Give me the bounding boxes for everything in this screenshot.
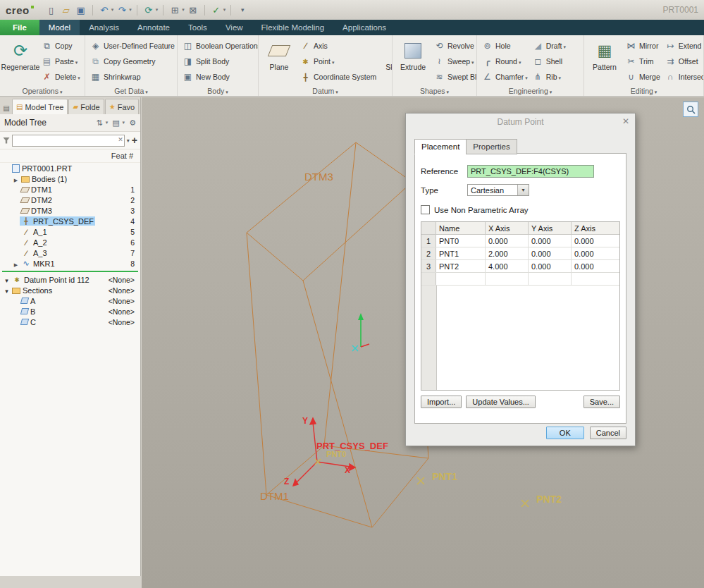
button-revolve[interactable]: Revolve [431, 38, 477, 54]
button-trim[interactable]: Trim [623, 54, 662, 69]
extrude-button[interactable]: Extrude [395, 37, 431, 71]
insert-here-indicator[interactable] [2, 271, 138, 272]
expand-arrow[interactable] [3, 276, 11, 284]
chevron-down-icon[interactable]: ▾ [182, 7, 185, 13]
button-mirror[interactable]: Mirror [623, 38, 662, 54]
pnt1-label[interactable]: PNT1 [432, 471, 457, 482]
expand-arrow[interactable] [3, 286, 11, 295]
group-label-editing[interactable]: Editing [584, 87, 703, 95]
tree-item-dtm3[interactable]: DTM3 3 [0, 205, 140, 216]
button-shell[interactable]: Shell [530, 54, 568, 69]
expand-arrow[interactable] [12, 175, 20, 183]
dialog-tab-properties[interactable]: Properties [466, 139, 517, 154]
chevron-down-icon[interactable]: ▾ [111, 7, 114, 13]
tree-item-c[interactable]: C <None> [0, 317, 140, 327]
tree-settings-icon[interactable] [129, 118, 136, 128]
button-swept-blend[interactable]: Swept Blend [431, 69, 477, 85]
new-file-icon[interactable] [45, 4, 58, 16]
tree-filters-icon[interactable] [112, 118, 119, 128]
chevron-down-icon[interactable]: ▾ [156, 7, 159, 13]
pnt0-label[interactable]: PNT0 [326, 450, 346, 458]
navigator-tab-folde[interactable]: Folde [68, 99, 104, 114]
redo-icon[interactable] [116, 4, 128, 16]
tree-item-mkr1[interactable]: MKR1 8 [0, 258, 140, 269]
button-paste[interactable]: Paste [39, 54, 82, 69]
group-label-body[interactable]: Body [178, 87, 258, 95]
button-coordinate-system[interactable]: Coordinate System [297, 69, 378, 85]
regenerate-quick-icon[interactable] [142, 4, 155, 16]
windows-icon[interactable] [168, 4, 181, 16]
group-label-operations[interactable]: Operations [0, 87, 85, 95]
button-axis[interactable]: Axis [297, 38, 378, 54]
import-button[interactable]: Import... [421, 396, 462, 408]
tree-item-a-2[interactable]: A_2 6 [0, 237, 140, 247]
tab-applications[interactable]: Applications [333, 20, 395, 35]
tree-item-dtm2[interactable]: DTM2 2 [0, 195, 140, 205]
ok-button[interactable]: OK [546, 427, 584, 439]
undo-icon[interactable] [98, 4, 111, 16]
tab-flexible-modeling[interactable]: Flexible Modeling [252, 20, 334, 35]
dtm3-label[interactable]: DTM3 [304, 171, 333, 183]
tab-analysis[interactable]: Analysis [80, 20, 128, 35]
dialog-tab-placement[interactable]: Placement [414, 139, 467, 154]
reference-field[interactable]: PRT_CSYS_DEF:F4(CSYS) [467, 165, 594, 178]
navigator-toggle-icon[interactable] [1, 102, 11, 114]
tree-item-b[interactable]: B <None> [0, 306, 140, 317]
clear-filter-icon[interactable]: ✕ [118, 136, 123, 143]
button-copy-geometry[interactable]: Copy Geometry [87, 54, 177, 69]
expand-arrow[interactable] [12, 259, 20, 268]
button-copy[interactable]: Copy [39, 38, 82, 54]
button-new-body[interactable]: New Body [180, 69, 259, 85]
tree-item-prt0001-prt[interactable]: PRT0001.PRT [0, 163, 140, 173]
tab-view[interactable]: View [216, 20, 252, 35]
chevron-down-icon[interactable]: ▾ [106, 120, 109, 125]
button-sweep[interactable]: Sweep [431, 54, 477, 69]
tab-annotate[interactable]: Annotate [128, 20, 179, 35]
tree-item-datum-point-id-112[interactable]: Datum Point id 112 <None> [0, 274, 140, 285]
group-label-shapes[interactable]: Shapes [393, 87, 476, 95]
open-file-icon[interactable] [60, 4, 73, 16]
customize-toolbar-icon[interactable] [236, 4, 249, 16]
navigator-tab-model-tree[interactable]: Model Tree [12, 99, 68, 114]
chevron-down-icon[interactable]: ▾ [223, 7, 226, 13]
cancel-button[interactable]: Cancel [590, 427, 626, 439]
button-point[interactable]: Point [297, 54, 378, 69]
group-label-datum[interactable]: Datum [259, 87, 392, 95]
tree-item-bodies-1[interactable]: Bodies (1) [0, 173, 140, 184]
button-intersect[interactable]: Intersect [662, 69, 704, 85]
tree-columns-icon[interactable] [96, 118, 102, 128]
type-dropdown[interactable]: Cartesian [467, 184, 529, 196]
point-row-pnt2[interactable]: 3 PNT2 4.000 0.000 0.000 [421, 260, 619, 273]
tab-tools[interactable]: Tools [179, 20, 216, 35]
point-row-pnt0[interactable]: 1 PNT0 0.000 0.000 0.000 [421, 235, 619, 247]
tree-item-sections[interactable]: Sections <None> [0, 285, 140, 295]
regenerate-button[interactable]: ⟳ Regenerate [2, 37, 39, 71]
button-round[interactable]: Round [479, 54, 530, 69]
button-split-body[interactable]: Split Body [180, 54, 259, 69]
button-delete[interactable]: Delete [39, 69, 82, 85]
button-hole[interactable]: Hole [479, 38, 530, 54]
chevron-down-icon[interactable] [517, 185, 529, 195]
sketch-button[interactable]: ∿ Sketch [378, 37, 393, 71]
button-offset[interactable]: Offset [662, 54, 704, 69]
close-icon[interactable] [622, 117, 629, 125]
validate-icon[interactable] [210, 4, 223, 16]
close-window-icon[interactable] [187, 4, 199, 16]
update-values-button[interactable]: Update Values... [466, 396, 536, 408]
empty-row[interactable] [421, 273, 619, 286]
tab-model[interactable]: Model [39, 20, 80, 35]
save-icon[interactable] [75, 4, 87, 16]
tree-item-a-1[interactable]: A_1 5 [0, 226, 140, 237]
add-filter-icon[interactable] [132, 135, 137, 146]
tree-item-a[interactable]: A <None> [0, 295, 140, 306]
chevron-down-icon[interactable]: ▾ [129, 7, 132, 13]
save-button[interactable]: Save... [583, 396, 620, 408]
button-boolean-operations[interactable]: Boolean Operations [180, 38, 259, 54]
group-label-get-data[interactable]: Get Data [85, 87, 177, 95]
button-extend[interactable]: Extend [662, 38, 704, 54]
dtm1-label[interactable]: DTM1 [260, 490, 289, 502]
pnt2-label[interactable]: PNT2 [536, 494, 562, 505]
button-merge[interactable]: Merge [623, 69, 662, 85]
pattern-button[interactable]: ▦ Pattern [586, 37, 623, 71]
button-rib[interactable]: Rib [530, 69, 568, 85]
